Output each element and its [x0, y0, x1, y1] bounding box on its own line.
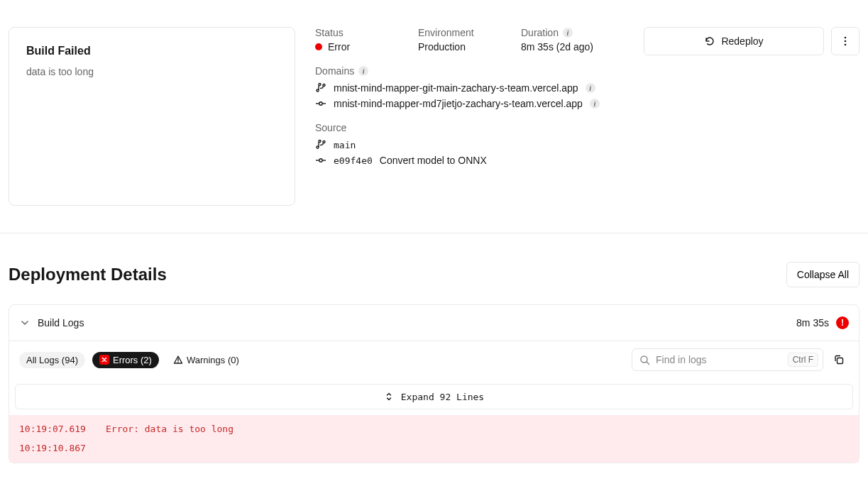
expand-lines-button[interactable]: Expand 92 Lines	[15, 384, 853, 409]
svg-point-3	[319, 159, 322, 162]
error-square-icon	[99, 355, 109, 365]
svg-rect-13	[837, 358, 843, 364]
domain-item[interactable]: mnist-mind-mapper-md7jietjo-zachary-s-te…	[315, 98, 624, 109]
actions: Redeploy	[644, 27, 859, 206]
log-line[interactable]: 10:19:07.619 Error: data is too long	[9, 419, 859, 438]
search-shortcut: Ctrl F	[788, 353, 818, 367]
log-timestamp: 10:19:10.867	[19, 440, 90, 456]
logs-search-input[interactable]	[656, 354, 782, 365]
duration-value: 8m 35s (2d ago)	[521, 41, 593, 53]
svg-line-12	[647, 362, 649, 365]
environment-block: Environment Production	[418, 27, 514, 53]
domains-label: Domains i	[315, 65, 624, 77]
git-commit-icon	[315, 98, 326, 109]
logs-header[interactable]: Build Logs 8m 35s !	[9, 305, 859, 341]
source-list: main e09f4e0 Convert model to ONNX	[315, 139, 624, 166]
expand-lines-text: Expand 92 Lines	[401, 392, 484, 402]
filter-errors[interactable]: Errors (2)	[92, 352, 159, 368]
source-block: Source main e09f4e0 Convert model to ONN…	[315, 122, 624, 166]
git-branch-icon	[315, 82, 326, 94]
copy-logs-button[interactable]	[829, 350, 849, 370]
filter-all-logs[interactable]: All Logs (94)	[19, 352, 85, 368]
svg-point-10	[177, 362, 178, 363]
branch-name[interactable]: main	[334, 140, 356, 150]
status-value: Error	[315, 41, 411, 53]
warning-triangle-icon	[173, 355, 183, 365]
chevron-down-icon	[19, 317, 31, 328]
info-icon[interactable]: i	[590, 99, 600, 109]
log-timestamp: 10:19:07.619	[19, 421, 90, 437]
error-indicator-icon: !	[836, 316, 849, 329]
logs-filter-bar: All Logs (94) Errors (2) Warnings (0) Ct…	[9, 341, 859, 378]
environment-value: Production	[418, 41, 514, 53]
commit-hash[interactable]: e09f4e0	[334, 155, 373, 166]
duration-block: Duration i 8m 35s (2d ago)	[521, 27, 593, 53]
build-status-title: Build Failed	[26, 45, 278, 57]
redeploy-button[interactable]: Redeploy	[644, 27, 824, 55]
build-preview-card: Build Failed data is too long	[9, 27, 295, 206]
svg-point-6	[845, 37, 847, 39]
domain-url[interactable]: mnist-mind-mapper-git-main-zachary-s-tea…	[334, 82, 578, 94]
domain-url[interactable]: mnist-mind-mapper-md7jietjo-zachary-s-te…	[334, 98, 583, 109]
filter-pills: All Logs (94) Errors (2) Warnings (0)	[19, 352, 246, 368]
status-block: Status Error	[315, 27, 411, 53]
filter-warnings[interactable]: Warnings (0)	[166, 352, 246, 368]
status-error-dot-icon	[315, 43, 322, 50]
deployment-summary: Build Failed data is too long Status Err…	[0, 0, 868, 233]
domains-block: Domains i mnist-mind-mapper-git-main-zac…	[315, 65, 624, 109]
redeploy-icon	[704, 35, 715, 47]
more-vertical-icon	[840, 35, 851, 47]
logs-header-right: 8m 35s !	[796, 316, 849, 329]
status-text: Error	[328, 41, 350, 53]
logs-search-box[interactable]: Ctrl F	[632, 348, 823, 371]
details-title: Deployment Details	[9, 265, 167, 285]
info-icon[interactable]: i	[358, 66, 368, 76]
duration-label: Duration i	[521, 27, 593, 38]
source-label: Source	[315, 122, 624, 133]
svg-point-8	[845, 44, 847, 46]
more-actions-button[interactable]	[831, 27, 859, 55]
log-lines: 10:19:07.619 Error: data is too long 10:…	[9, 415, 859, 463]
status-label: Status	[315, 27, 411, 38]
logs-header-left: Build Logs	[19, 317, 84, 328]
details-header: Deployment Details Collapse All	[0, 233, 868, 304]
build-error-message: data is too long	[26, 66, 278, 77]
meta-row: Status Error Environment Production Dura…	[315, 27, 624, 53]
source-branch[interactable]: main	[315, 139, 624, 150]
svg-point-7	[845, 40, 847, 43]
info-icon[interactable]: i	[563, 28, 573, 38]
environment-label: Environment	[418, 27, 514, 38]
logs-search-group: Ctrl F	[632, 348, 849, 371]
search-icon	[639, 355, 650, 365]
domain-item[interactable]: mnist-mind-mapper-git-main-zachary-s-tea…	[315, 82, 624, 94]
log-line[interactable]: 10:19:10.867	[9, 438, 859, 458]
domains-list: mnist-mind-mapper-git-main-zachary-s-tea…	[315, 82, 624, 109]
collapse-all-button[interactable]: Collapse All	[786, 262, 859, 287]
info-icon[interactable]: i	[586, 83, 595, 93]
log-message: Error: data is too long	[106, 421, 234, 437]
logs-duration: 8m 35s	[796, 317, 829, 328]
git-branch-icon	[315, 139, 326, 150]
logs-title: Build Logs	[38, 317, 84, 328]
build-logs-panel: Build Logs 8m 35s ! All Logs (94) Errors…	[9, 304, 859, 463]
source-commit[interactable]: e09f4e0 Convert model to ONNX	[315, 155, 624, 166]
svg-point-0	[319, 102, 322, 105]
expand-vertical-icon	[384, 392, 394, 402]
deployment-meta: Status Error Environment Production Dura…	[315, 27, 624, 206]
git-commit-icon	[315, 155, 326, 166]
copy-icon	[833, 354, 845, 365]
commit-message[interactable]: Convert model to ONNX	[380, 155, 487, 166]
